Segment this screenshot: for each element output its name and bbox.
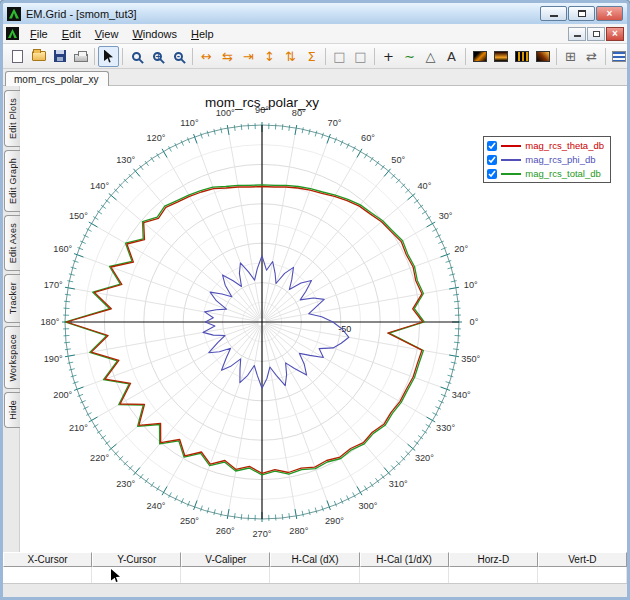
menu-help[interactable]: Help xyxy=(184,26,221,42)
rim-tick xyxy=(315,131,317,137)
rim-tick xyxy=(221,511,222,517)
rim-tick xyxy=(187,501,189,507)
angle-label-170: 170° xyxy=(44,280,63,290)
frame-box-2-button[interactable]: □ xyxy=(350,46,371,67)
legend-checkbox-mag_rcs_total_db[interactable] xyxy=(487,169,497,179)
image-view-4-button[interactable] xyxy=(532,46,553,67)
print-button[interactable] xyxy=(70,46,91,67)
rim-tick xyxy=(302,127,303,133)
legend-checkbox-mag_rcs_phi_db[interactable] xyxy=(487,155,497,165)
angle-label-250: 250° xyxy=(180,516,199,526)
polar-spoke xyxy=(135,325,259,473)
angle-label-110: 110° xyxy=(180,118,199,128)
angle-label-150: 150° xyxy=(69,211,88,221)
rim-tick xyxy=(441,394,447,396)
rim-tick xyxy=(74,254,83,257)
zoom-box-button[interactable] xyxy=(126,46,147,67)
angle-label-300: 300° xyxy=(358,501,377,511)
rim-tick xyxy=(234,125,235,131)
image-view-1-button[interactable] xyxy=(469,46,490,67)
zoom-out-button[interactable]: - xyxy=(168,46,189,67)
rim-tick xyxy=(453,349,459,350)
rim-tick xyxy=(446,261,452,263)
legend-line-sample xyxy=(501,159,521,161)
frame-box-1-button[interactable]: □ xyxy=(329,46,350,67)
add-marker-button[interactable]: + xyxy=(378,46,399,67)
menu-edit[interactable]: Edit xyxy=(55,26,88,42)
dual-pane-button[interactable]: ⊞ xyxy=(560,46,581,67)
pan-x-button[interactable]: ⇆ xyxy=(217,46,238,67)
plot-area[interactable]: 0°10°20°30°40°50°60°70°80°90°100°110°120… xyxy=(20,86,627,552)
menu-view[interactable]: View xyxy=(88,26,126,42)
legend-checkbox-mag_rcs_theta_db[interactable] xyxy=(487,141,497,151)
angle-label-30: 30° xyxy=(439,211,453,221)
rim-tick xyxy=(295,125,297,135)
side-tab-tracker[interactable]: Tracker xyxy=(4,274,20,322)
mdi-restore-button[interactable] xyxy=(587,27,605,41)
close-button[interactable]: × xyxy=(596,6,623,21)
save-button[interactable] xyxy=(49,46,70,67)
rim-tick xyxy=(441,254,450,257)
zoom-in-button[interactable]: + xyxy=(147,46,168,67)
shape-tool-button[interactable]: △ xyxy=(420,46,441,67)
angle-label-140: 140° xyxy=(90,181,109,191)
rim-tick xyxy=(67,362,73,363)
side-tab-edit-graph[interactable]: Edit Graph xyxy=(4,150,20,212)
swap-pane-button[interactable]: ⇄ xyxy=(581,46,602,67)
legend-label[interactable]: mag_rcs_phi_db xyxy=(525,154,595,165)
text-tool-button[interactable]: A xyxy=(441,46,462,67)
polar-spoke xyxy=(263,137,329,318)
toolbar-separator xyxy=(605,48,606,65)
titlebar: EM.Grid - [smom_tut3] × xyxy=(3,3,627,24)
rim-tick xyxy=(451,362,457,363)
pan-y-button[interactable]: ⇅ xyxy=(280,46,301,67)
menu-file[interactable]: File xyxy=(23,26,55,42)
status-row xyxy=(3,567,627,584)
side-tab-edit-axes[interactable]: Edit Axes xyxy=(4,215,20,271)
toolbar: +-↔⇆⇥↕⇅Σ□□+∼△A⊞⇄Layou xyxy=(3,44,627,69)
image-view-3-button[interactable] xyxy=(511,46,532,67)
rim-tick xyxy=(441,387,450,390)
angle-label-270: 270° xyxy=(252,529,271,539)
tab-mom_rcs_polar_xy[interactable]: mom_rcs_polar_xy xyxy=(5,71,109,86)
new-file-button[interactable] xyxy=(7,46,28,67)
window-controls: × xyxy=(540,6,623,21)
side-tab-hide[interactable]: Hide xyxy=(4,392,20,428)
maximize-button[interactable] xyxy=(568,6,595,21)
mdi-close-button[interactable]: × xyxy=(606,27,624,41)
rim-tick xyxy=(453,294,459,295)
layout-icon xyxy=(612,51,626,62)
zoom-in-icon: + xyxy=(153,52,162,61)
legend-entry-mag_rcs_phi_db: mag_rcs_phi_db xyxy=(487,153,604,166)
expand-y-icon: ↕ xyxy=(264,50,275,63)
rim-tick xyxy=(65,349,71,350)
open-file-button[interactable] xyxy=(28,46,49,67)
image-view-2-button[interactable] xyxy=(490,46,511,67)
mdi-minimize-button[interactable] xyxy=(568,27,586,41)
rim-tick xyxy=(241,514,242,520)
polar-spoke xyxy=(263,326,297,516)
toolbar-separator xyxy=(465,48,466,65)
legend-label[interactable]: mag_rcs_total_db xyxy=(525,168,601,179)
status-col-h-cal-dx-: H-Cal (dX) xyxy=(270,552,359,567)
angle-label-130: 130° xyxy=(116,155,135,165)
rim-tick xyxy=(187,137,189,143)
status-col-v-caliper: V-Caliper xyxy=(181,552,270,567)
rim-tick xyxy=(77,247,83,249)
expand-y-button[interactable]: ↕ xyxy=(259,46,280,67)
fit-x-button[interactable]: ⇥ xyxy=(238,46,259,67)
legend-label[interactable]: mag_rcs_theta_db xyxy=(525,140,604,151)
minimize-button[interactable] xyxy=(540,6,567,21)
layout-button[interactable]: Layou xyxy=(609,46,630,67)
autoscale-button[interactable]: Σ xyxy=(301,46,322,67)
document-icon[interactable] xyxy=(6,27,19,40)
pointer-tool-button[interactable] xyxy=(98,46,119,67)
rim-tick xyxy=(334,501,336,507)
side-tab-workspace[interactable]: Workspace xyxy=(4,326,20,390)
expand-x-button[interactable]: ↔ xyxy=(196,46,217,67)
menu-windows[interactable]: Windows xyxy=(125,26,184,42)
dual-pane-icon: ⊞ xyxy=(565,50,576,63)
side-tab-edit-plots[interactable]: Edit Plots xyxy=(4,90,20,147)
window-title: EM.Grid - [smom_tut3] xyxy=(26,8,535,20)
curve-tool-button[interactable]: ∼ xyxy=(399,46,420,67)
